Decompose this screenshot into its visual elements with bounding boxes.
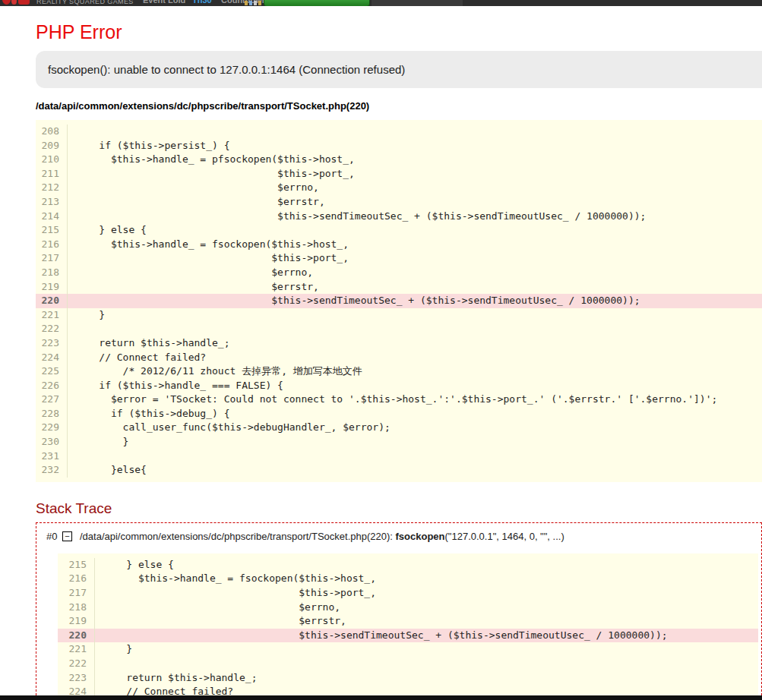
line-code: if ($this->handle_ === FALSE) { — [67, 379, 762, 393]
code-line-222: 222 — [58, 657, 758, 671]
code-line-208: 208 — [36, 125, 762, 139]
line-number: 230 — [36, 435, 67, 449]
stack-trace-heading: Stack Trace — [36, 500, 762, 517]
topbar-mini-icons — [245, 1, 261, 5]
line-code: $errno, — [67, 181, 762, 195]
code-line-218: 218 $errno, — [58, 601, 758, 615]
line-code: $this->port_, — [67, 167, 762, 181]
frame-function: fsockopen — [396, 531, 445, 542]
line-number: 231 — [36, 449, 67, 464]
line-code: if ($this->persist_) { — [67, 139, 762, 153]
frame-arguments: ("127.0.0.1", 1464, 0, "", ...) — [445, 531, 564, 542]
line-code: $errno, — [94, 601, 758, 615]
code-line-214: 214 $this->sendTimeoutSec_ + ($this->sen… — [36, 210, 762, 224]
line-number: 219 — [36, 280, 67, 295]
code-line-220: 220 $this->sendTimeoutSec_ + ($this->sen… — [36, 294, 762, 308]
code-line-226: 226 if ($this->handle_ === FALSE) { — [36, 379, 762, 393]
line-code: return $this->handle_; — [67, 336, 762, 351]
stack-code-block: 215 } else {216 $this->handle_ = fsockop… — [58, 553, 758, 700]
line-code — [67, 449, 762, 464]
code-line-210: 210 $this->handle_ = pfsockopen($this->h… — [36, 153, 762, 167]
line-code: $this->sendTimeoutSec_ + ($this->sendTim… — [94, 629, 758, 643]
line-number: 219 — [58, 614, 94, 629]
code-line-231: 231 — [36, 449, 762, 464]
line-code: $this->port_, — [67, 251, 762, 266]
code-line-225: 225 /* 2012/6/11 zhouct 去掉异常, 增加写本地文件 — [36, 364, 762, 379]
code-line-232: 232 }else{ — [36, 463, 762, 478]
code-line-217: 217 $this->port_, — [36, 251, 762, 266]
source-code-block: 208209 if ($this->persist_) {210 $this->… — [36, 120, 762, 482]
line-number: 220 — [36, 294, 67, 308]
code-line-221: 221 } — [36, 308, 762, 323]
error-message-text: fsockopen(): unable to connect to 127.0.… — [48, 63, 405, 76]
topbar-panel — [372, 0, 463, 6]
line-code: $errstr, — [67, 280, 762, 295]
stack-frame-row: #0 − /data/api/common/extensions/dc/phps… — [46, 528, 761, 545]
code-line-228: 228 if ($this->debug_) { — [36, 407, 762, 421]
line-number: 212 — [36, 181, 67, 195]
line-number: 209 — [36, 139, 67, 153]
line-code: $this->handle_ = fsockopen($this->host_, — [94, 572, 758, 586]
line-number: 217 — [36, 251, 67, 266]
line-number: 227 — [36, 393, 67, 407]
line-number: 221 — [36, 308, 67, 323]
topbar-link-highlight[interactable]: Th30 — [192, 0, 212, 5]
line-code: } else { — [67, 223, 762, 238]
line-number: 222 — [36, 322, 67, 336]
line-number: 229 — [36, 421, 67, 435]
line-number: 215 — [58, 558, 94, 572]
brand-label: REALITY SQUARED GAMES — [36, 0, 134, 5]
line-code: // Connect failed? — [67, 351, 762, 365]
line-number: 211 — [36, 167, 67, 181]
screenshot-bottom-edge — [0, 695, 762, 700]
source-file-path: /data/api/common/extensions/dc/phpscribe… — [36, 100, 762, 112]
line-code: $this->sendTimeoutSec_ + ($this->sendTim… — [67, 210, 762, 224]
code-line-217: 217 $this->port_, — [58, 586, 758, 601]
frame-index: #0 — [46, 531, 62, 542]
line-code: } — [67, 435, 762, 449]
line-code: $error = 'TSocket: Could not connect to … — [67, 393, 762, 407]
frame-file: /data/api/common/extensions/dc/phpscribe… — [80, 531, 396, 542]
code-line-219: 219 $errstr, — [58, 614, 758, 629]
error-message-box: fsockopen(): unable to connect to 127.0.… — [36, 51, 762, 88]
line-number: 223 — [36, 336, 67, 351]
code-line-229: 229 call_user_func($this->debugHandler_,… — [36, 421, 762, 435]
frame-location: /data/api/common/extensions/dc/phpscribe… — [80, 531, 564, 542]
line-code: $this->handle_ = pfsockopen($this->host_… — [67, 153, 762, 167]
line-code: $this->port_, — [94, 586, 758, 601]
code-line-216: 216 $this->handle_ = fsockopen($this->ho… — [58, 572, 758, 586]
line-code — [94, 657, 758, 671]
code-line-209: 209 if ($this->persist_) { — [36, 139, 762, 153]
code-line-221: 221 } — [58, 642, 758, 657]
code-line-215: 215 } else { — [36, 223, 762, 238]
line-code: call_user_func($this->debugHandler_, $er… — [67, 421, 762, 435]
line-code: } else { — [94, 558, 758, 572]
line-number: 220 — [58, 629, 94, 643]
line-number: 218 — [58, 601, 94, 615]
line-number: 208 — [36, 125, 67, 139]
line-number: 232 — [36, 463, 67, 478]
line-number: 221 — [58, 642, 94, 657]
line-code: /* 2012/6/11 zhouct 去掉异常, 增加写本地文件 — [67, 364, 762, 379]
topbar-green-button[interactable] — [264, 0, 370, 6]
code-line-223: 223 return $this->handle_; — [36, 336, 762, 351]
line-code: } — [67, 308, 762, 323]
line-number: 213 — [36, 195, 67, 210]
line-code: $errstr, — [67, 195, 762, 210]
topbar-link-event[interactable]: Event Loid — [143, 0, 185, 5]
code-line-212: 212 $errno, — [36, 181, 762, 195]
line-number: 218 — [36, 266, 67, 280]
line-number: 216 — [58, 572, 94, 586]
error-page: PHP Error fsockopen(): unable to connect… — [36, 21, 762, 700]
code-line-211: 211 $this->port_, — [36, 167, 762, 181]
code-line-224: 224 // Connect failed? — [36, 351, 762, 365]
line-code: } — [94, 642, 758, 657]
code-line-215: 215 } else { — [58, 558, 758, 572]
line-number: 217 — [58, 586, 94, 601]
code-line-213: 213 $errstr, — [36, 195, 762, 210]
collapse-toggle-button[interactable]: − — [62, 531, 72, 541]
code-line-223: 223 return $this->handle_; — [58, 671, 758, 686]
code-line-216: 216 $this->handle_ = fsockopen($this->ho… — [36, 238, 762, 252]
line-number: 222 — [58, 657, 94, 671]
line-code: $this->sendTimeoutSec_ + ($this->sendTim… — [67, 294, 762, 308]
